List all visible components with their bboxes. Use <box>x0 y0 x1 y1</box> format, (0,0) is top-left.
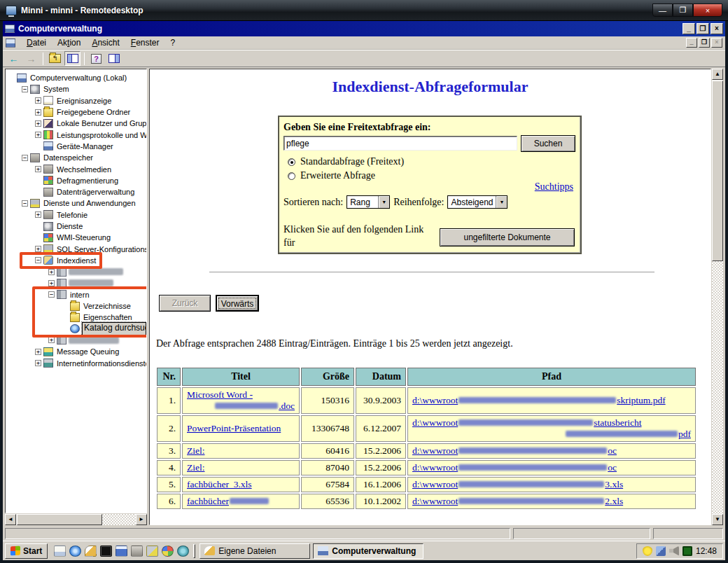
tree-item-eigenschaften[interactable]: Eigenschaften <box>6 312 146 323</box>
vertical-scroll-thumb[interactable] <box>712 81 723 261</box>
standard-query-radio[interactable] <box>288 158 295 166</box>
expand-toggle[interactable]: + <box>35 166 41 172</box>
start-button[interactable]: Start <box>5 543 48 559</box>
page-forward-button[interactable]: Vorwärts <box>216 295 259 312</box>
document-path-link[interactable]: d:\wwwrootskriptum.pdf <box>412 395 666 405</box>
tree-item-internetinformationsdienste[interactable]: +Internetinformationsdienste <box>6 357 146 368</box>
order-select[interactable]: Absteigend ▼ <box>447 195 507 209</box>
document-title-link[interactable]: fachbücher_3.xls <box>187 479 252 489</box>
expand-toggle[interactable]: + <box>35 109 41 116</box>
volume-icon[interactable] <box>669 546 679 556</box>
rdp-close-button[interactable]: × <box>693 4 722 17</box>
dropdown-arrow-icon[interactable]: ▼ <box>378 196 389 208</box>
document-path-link[interactable]: d:\wwwroot2.xls <box>412 496 623 506</box>
admin-tools-icon[interactable] <box>146 545 158 557</box>
expand-toggle[interactable]: + <box>35 120 41 127</box>
menu-item-datei[interactable]: Datei <box>21 36 52 49</box>
document-path-link[interactable]: d:\wwwrootoc <box>412 445 617 456</box>
collapse-toggle[interactable]: − <box>22 86 28 92</box>
menu-item-fenster[interactable]: Fenster <box>125 36 165 49</box>
scroll-up-button[interactable]: ▲ <box>712 69 723 80</box>
expand-toggle[interactable]: + <box>35 211 41 218</box>
app-restore-button[interactable]: ❐ <box>696 23 709 34</box>
media-icon[interactable] <box>177 545 189 557</box>
tree-item-datenspeicher[interactable]: −Datenspeicher <box>6 152 146 163</box>
unfiltered-documents-button[interactable]: ungefilterte Dokumente <box>440 228 575 246</box>
network-icon[interactable] <box>656 546 666 556</box>
app-minimize-button[interactable]: _ <box>682 23 695 34</box>
sort-by-select[interactable]: Rang ▼ <box>346 195 390 209</box>
document-path-link[interactable]: d:\wwwrootstatusberichtpdf <box>412 417 691 440</box>
tree-item-dienste-und-anwendungen[interactable]: −Dienste und Anwendungen <box>6 197 146 209</box>
command-prompt-icon[interactable] <box>100 545 112 557</box>
show-desktop-icon[interactable] <box>54 545 66 557</box>
search-tips-link[interactable]: Suchtipps <box>535 181 573 193</box>
tree-item-system[interactable]: −System <box>6 83 146 95</box>
tree-item[interactable]: + <box>6 277 146 289</box>
tree-item-freigegebene-ordner[interactable]: +Freigegebene Ordner <box>6 106 146 118</box>
search-button[interactable]: Suchen <box>521 135 575 152</box>
document-title-link[interactable]: Ziel: <box>187 462 205 473</box>
tree-item-message-queuing[interactable]: +Message Queuing <box>6 346 146 357</box>
tree-item-leistungsprotokolle-und-war[interactable]: +Leistungsprotokolle und War <box>6 129 146 140</box>
document-path-link[interactable]: d:\wwwrootoc <box>412 462 617 473</box>
collapse-toggle[interactable]: − <box>22 155 28 161</box>
scroll-right-button[interactable]: ► <box>136 514 147 525</box>
tree-item-sql-server-konfigurations-m[interactable]: +SQL Server-Konfigurations-M <box>6 243 146 254</box>
help-button[interactable]: ? <box>88 51 104 66</box>
expand-toggle[interactable]: + <box>35 97 41 104</box>
document-title-link[interactable]: fachbücher <box>187 496 270 506</box>
document-path-link[interactable]: d:\wwwroot3.xls <box>412 479 623 489</box>
expand-toggle[interactable]: + <box>48 337 55 343</box>
expand-toggle[interactable]: + <box>48 269 55 275</box>
mdi-restore-button[interactable]: ❐ <box>699 38 710 48</box>
internet-explorer-icon[interactable] <box>69 545 81 557</box>
app-close-button[interactable]: × <box>710 23 723 34</box>
expand-toggle[interactable]: + <box>35 132 41 138</box>
collapse-toggle[interactable]: − <box>35 257 41 263</box>
tree-item-intern[interactable]: −intern <box>6 289 146 300</box>
document-title-link[interactable]: PowerPoint-Präsentation <box>187 423 281 433</box>
collapse-toggle[interactable]: − <box>48 291 55 298</box>
expand-toggle[interactable]: + <box>35 360 41 366</box>
app-titlebar[interactable]: Computerverwaltung _ ❐ × <box>3 21 725 36</box>
tree-item-defragmentierung[interactable]: Defragmentierung <box>6 175 146 186</box>
rdp-minimize-button[interactable]: — <box>652 4 673 17</box>
remote-desktop-titlebar[interactable]: Minni - minni - Remotedesktop — ❐ × <box>0 0 728 21</box>
tree-item-indexdienst[interactable]: −Indexdienst <box>6 255 146 266</box>
task-button-eigene-dateien[interactable]: Eigene Dateien <box>200 543 310 559</box>
advanced-query-radio[interactable] <box>288 172 295 180</box>
rdp-restore-button[interactable]: ❐ <box>673 4 693 17</box>
tree-item[interactable]: + <box>6 335 146 346</box>
expand-toggle[interactable]: + <box>35 349 41 355</box>
show-hide-action-pane-button[interactable] <box>106 51 122 66</box>
content-vertical-scrollbar[interactable]: ▲ ▼ <box>712 69 723 525</box>
tree-horizontal-scrollbar[interactable]: ◄ ► <box>5 514 147 525</box>
query-input[interactable] <box>284 136 517 151</box>
menu-item-aktion[interactable]: Aktion <box>52 36 86 49</box>
up-one-level-button[interactable]: ↰ <box>47 51 63 66</box>
msn-icon[interactable] <box>162 545 174 557</box>
dropdown-arrow-icon[interactable]: ▼ <box>496 196 507 208</box>
document-title-link[interactable]: Ziel: <box>187 445 205 456</box>
tree-item-datenträgerverwaltung[interactable]: Datenträgerverwaltung <box>6 186 146 197</box>
scroll-left-button[interactable]: ◄ <box>5 514 16 525</box>
tree-item-lokale-benutzer-und-gruppe[interactable]: +Lokale Benutzer und Gruppe <box>6 118 146 129</box>
tree-item-computerverwaltung-lokal-[interactable]: Computerverwaltung (Lokal) <box>6 72 146 83</box>
document-title-link[interactable]: Microsoft Word -.doc <box>187 389 295 412</box>
task-button-computerverwaltung[interactable]: Computerverwaltung <box>313 543 424 559</box>
scroll-down-button[interactable]: ▼ <box>712 514 723 525</box>
search-icon[interactable] <box>85 545 97 557</box>
tree-item-telefonie[interactable]: +Telefonie <box>6 209 146 221</box>
device-icon[interactable] <box>131 545 143 557</box>
security-shield-icon[interactable] <box>643 546 652 556</box>
expand-toggle[interactable]: + <box>48 280 55 286</box>
show-hide-console-tree-button[interactable] <box>64 51 80 66</box>
horizontal-scroll-thumb[interactable] <box>17 514 102 525</box>
taskbar-divider[interactable] <box>193 544 195 558</box>
tree-item-geräte-manager[interactable]: Geräte-Manager <box>6 141 146 152</box>
back-button[interactable]: ← <box>6 51 22 66</box>
menu-item-help[interactable]: ? <box>164 36 181 49</box>
notes-icon[interactable] <box>115 545 127 557</box>
tree-item[interactable]: + <box>6 266 146 277</box>
